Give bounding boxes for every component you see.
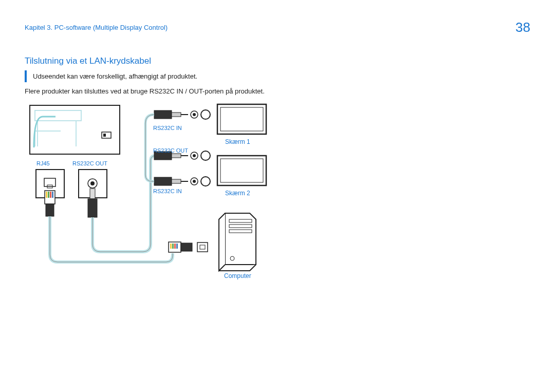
monitor-back-panel [30,105,120,154]
svg-rect-17 [50,192,51,198]
svg-rect-0 [30,105,120,154]
label-rs232c-in-1: RS232C IN [153,125,182,131]
svg-rect-49 [181,243,192,251]
svg-rect-50 [200,245,205,249]
svg-rect-18 [52,192,53,198]
svg-rect-40 [217,104,266,134]
svg-point-27 [201,110,210,119]
svg-rect-3 [35,110,81,121]
svg-rect-45 [170,244,172,249]
svg-rect-46 [172,244,174,249]
screen-1 [217,104,266,134]
jack-row-3 [154,177,210,186]
label-screen-1: Skærm 1 [225,138,250,145]
svg-rect-22 [154,110,172,119]
svg-rect-47 [174,244,176,249]
rj45-plug-pc-side [169,242,192,252]
note-accent-bar [25,70,27,82]
svg-point-13 [90,181,95,185]
svg-rect-48 [176,244,178,249]
svg-rect-34 [154,177,172,185]
computer-tower [219,213,256,271]
svg-point-33 [201,151,210,160]
svg-point-38 [193,180,196,183]
svg-rect-20 [90,189,95,199]
jack-row-top [154,110,210,119]
page-number: 38 [515,20,530,35]
rj45-cable [50,216,173,262]
svg-rect-29 [172,154,181,158]
label-screen-2: Skærm 2 [225,190,250,197]
note-text: Udseendet kan være forskelligt, afhængig… [33,70,197,82]
svg-rect-21 [88,199,97,217]
body-paragraph: Flere produkter kan tilsluttes ved at br… [25,87,265,95]
svg-point-39 [201,177,210,186]
svg-rect-35 [172,179,181,183]
note-callout: Udseendet kan være forskelligt, afhængig… [25,70,369,82]
svg-rect-6 [102,132,111,138]
pc-rj45-port [197,242,208,252]
stereo-plug-left [88,189,97,217]
svg-rect-16 [48,192,49,198]
svg-rect-42 [217,156,266,185]
label-rs232c-in-2: RS232C IN [153,188,182,194]
label-rs232c-out-left: RS232C OUT [72,160,107,166]
label-rj45: RJ45 [36,160,50,166]
svg-point-26 [193,113,196,116]
label-computer: Computer [224,272,251,279]
svg-rect-23 [172,113,181,117]
svg-point-32 [193,154,196,157]
svg-rect-9 [44,178,55,186]
svg-rect-15 [46,192,47,198]
chapter-title: Kapitel 3. PC-software (Multiple Display… [25,24,168,31]
label-rs232c-out-mid: RS232C OUT [153,147,188,154]
screen-2 [217,156,266,185]
rj45-plug [45,191,55,216]
section-title: Tilslutning via et LAN-krydskabel [25,56,151,66]
svg-rect-43 [220,159,263,182]
svg-rect-7 [103,134,106,137]
svg-rect-41 [220,107,263,131]
svg-rect-19 [46,204,54,216]
